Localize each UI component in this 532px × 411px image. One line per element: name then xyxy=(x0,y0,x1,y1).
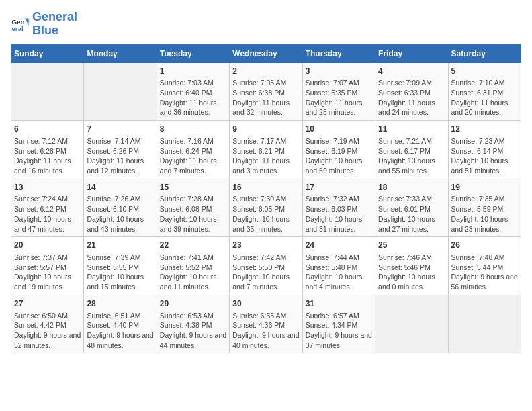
day-info: Daylight: 11 hours and 24 minutes. xyxy=(378,98,445,118)
calendar-day-cell: 1Sunrise: 7:03 AMSunset: 6:40 PMDaylight… xyxy=(157,62,229,121)
weekday-header: Thursday xyxy=(302,44,375,62)
calendar-day-cell: 9Sunrise: 7:17 AMSunset: 6:21 PMDaylight… xyxy=(230,121,302,179)
day-info: Sunset: 5:48 PM xyxy=(306,263,372,273)
calendar-day-cell xyxy=(84,62,157,121)
day-info: Sunset: 6:28 PM xyxy=(14,146,81,156)
day-info: Sunset: 5:55 PM xyxy=(87,263,153,273)
calendar-day-cell: 19Sunrise: 7:35 AMSunset: 5:59 PMDayligh… xyxy=(448,179,521,237)
day-info: Sunrise: 7:24 AM xyxy=(14,194,81,204)
day-info: Sunset: 5:46 PM xyxy=(378,263,445,273)
header: Gen eral General Blue xyxy=(11,11,521,38)
day-info: Daylight: 10 hours and 15 minutes. xyxy=(87,272,153,291)
day-info: Sunset: 6:17 PM xyxy=(378,146,445,156)
day-info: Sunset: 5:50 PM xyxy=(232,263,299,273)
weekday-header: Friday xyxy=(375,44,448,62)
calendar-day-cell: 13Sunrise: 7:24 AMSunset: 6:12 PMDayligh… xyxy=(11,179,84,237)
calendar-day-cell: 26Sunrise: 7:48 AMSunset: 5:44 PMDayligh… xyxy=(448,237,521,295)
day-info: Sunset: 6:12 PM xyxy=(14,204,81,214)
day-info: Sunset: 4:36 PM xyxy=(232,320,299,330)
calendar-day-cell: 25Sunrise: 7:46 AMSunset: 5:46 PMDayligh… xyxy=(375,237,448,295)
day-info: Sunrise: 7:30 AM xyxy=(232,194,299,204)
calendar-day-cell: 8Sunrise: 7:16 AMSunset: 6:24 PMDaylight… xyxy=(157,121,229,179)
day-info: Sunrise: 6:50 AM xyxy=(14,311,81,321)
calendar-body: 1Sunrise: 7:03 AMSunset: 6:40 PMDaylight… xyxy=(11,62,521,353)
calendar-day-cell: 21Sunrise: 7:39 AMSunset: 5:55 PMDayligh… xyxy=(84,237,157,295)
day-info: Sunset: 5:44 PM xyxy=(451,263,518,273)
day-number: 14 xyxy=(87,182,153,193)
calendar-week-row: 20Sunrise: 7:37 AMSunset: 5:57 PMDayligh… xyxy=(11,237,521,295)
calendar-day-cell: 24Sunrise: 7:44 AMSunset: 5:48 PMDayligh… xyxy=(302,237,375,295)
day-info: Daylight: 10 hours and 0 minutes. xyxy=(378,272,445,291)
day-info: Sunset: 5:57 PM xyxy=(14,263,81,273)
day-info: Sunrise: 7:37 AM xyxy=(14,253,81,263)
day-info: Sunset: 6:08 PM xyxy=(160,204,226,214)
calendar-day-cell xyxy=(375,295,448,353)
day-number: 27 xyxy=(14,298,81,310)
calendar-week-row: 27Sunrise: 6:50 AMSunset: 4:42 PMDayligh… xyxy=(11,295,521,353)
svg-marker-2 xyxy=(25,18,29,25)
calendar-day-cell: 11Sunrise: 7:21 AMSunset: 6:17 PMDayligh… xyxy=(375,121,448,179)
day-info: Daylight: 11 hours and 3 minutes. xyxy=(232,156,299,175)
day-number: 17 xyxy=(306,182,372,193)
calendar-day-cell: 5Sunrise: 7:10 AMSunset: 6:31 PMDaylight… xyxy=(448,62,521,121)
calendar-header: SundayMondayTuesdayWednesdayThursdayFrid… xyxy=(11,44,521,62)
day-info: Sunset: 4:38 PM xyxy=(160,320,226,330)
calendar-day-cell: 16Sunrise: 7:30 AMSunset: 6:05 PMDayligh… xyxy=(230,179,302,237)
day-info: Daylight: 10 hours and 19 minutes. xyxy=(14,272,81,291)
day-info: Sunset: 6:05 PM xyxy=(232,204,299,214)
day-number: 23 xyxy=(232,240,299,251)
day-info: Sunset: 6:19 PM xyxy=(306,146,372,156)
day-info: Sunset: 5:59 PM xyxy=(451,204,518,214)
calendar-day-cell: 12Sunrise: 7:23 AMSunset: 6:14 PMDayligh… xyxy=(448,121,521,179)
calendar-week-row: 6Sunrise: 7:12 AMSunset: 6:28 PMDaylight… xyxy=(11,121,521,179)
day-number: 20 xyxy=(14,240,81,251)
day-number: 16 xyxy=(232,182,299,193)
day-number: 9 xyxy=(232,124,299,135)
day-number: 1 xyxy=(160,66,226,77)
calendar-day-cell: 17Sunrise: 7:32 AMSunset: 6:03 PMDayligh… xyxy=(302,179,375,237)
day-info: Sunrise: 7:26 AM xyxy=(87,194,153,204)
calendar-day-cell: 30Sunrise: 6:55 AMSunset: 4:36 PMDayligh… xyxy=(230,295,302,353)
day-info: Sunrise: 7:44 AM xyxy=(306,253,372,263)
day-info: Sunset: 6:31 PM xyxy=(451,88,518,98)
day-number: 28 xyxy=(87,298,153,310)
day-info: Daylight: 11 hours and 20 minutes. xyxy=(451,98,518,118)
day-info: Sunrise: 7:14 AM xyxy=(87,136,153,146)
day-info: Daylight: 11 hours and 12 minutes. xyxy=(87,156,153,175)
day-info: Sunrise: 7:39 AM xyxy=(87,253,153,263)
day-info: Sunset: 6:24 PM xyxy=(160,146,226,156)
day-info: Daylight: 10 hours and 7 minutes. xyxy=(232,272,299,291)
calendar-day-cell: 18Sunrise: 7:33 AMSunset: 6:01 PMDayligh… xyxy=(375,179,448,237)
day-info: Sunset: 6:26 PM xyxy=(87,146,153,156)
day-info: Sunrise: 6:55 AM xyxy=(232,311,299,321)
calendar-day-cell: 4Sunrise: 7:09 AMSunset: 6:33 PMDaylight… xyxy=(375,62,448,121)
day-number: 7 xyxy=(87,124,153,135)
day-info: Daylight: 9 hours and 52 minutes. xyxy=(14,330,81,350)
day-info: Sunrise: 7:09 AM xyxy=(378,78,445,88)
day-info: Sunrise: 7:16 AM xyxy=(160,136,226,146)
day-info: Daylight: 10 hours and 11 minutes. xyxy=(160,272,226,291)
day-info: Sunset: 6:21 PM xyxy=(232,146,299,156)
day-info: Daylight: 10 hours and 59 minutes. xyxy=(306,156,372,175)
weekday-row: SundayMondayTuesdayWednesdayThursdayFrid… xyxy=(11,44,521,62)
day-number: 2 xyxy=(232,66,299,77)
day-info: Daylight: 10 hours and 27 minutes. xyxy=(378,214,445,234)
day-info: Daylight: 9 hours and 44 minutes. xyxy=(160,330,226,350)
day-number: 29 xyxy=(160,298,226,310)
day-info: Sunset: 6:40 PM xyxy=(160,88,226,98)
day-info: Sunset: 4:42 PM xyxy=(14,320,81,330)
day-info: Daylight: 10 hours and 39 minutes. xyxy=(160,214,226,234)
calendar-day-cell: 20Sunrise: 7:37 AMSunset: 5:57 PMDayligh… xyxy=(11,237,84,295)
calendar-day-cell: 2Sunrise: 7:05 AMSunset: 6:38 PMDaylight… xyxy=(230,62,302,121)
day-info: Sunrise: 7:17 AM xyxy=(232,136,299,146)
day-info: Sunrise: 6:53 AM xyxy=(160,311,226,321)
calendar-day-cell: 29Sunrise: 6:53 AMSunset: 4:38 PMDayligh… xyxy=(157,295,229,353)
calendar-day-cell: 28Sunrise: 6:51 AMSunset: 4:40 PMDayligh… xyxy=(84,295,157,353)
day-info: Sunset: 6:10 PM xyxy=(87,204,153,214)
weekday-header: Monday xyxy=(84,44,157,62)
day-info: Daylight: 10 hours and 35 minutes. xyxy=(232,214,299,234)
day-number: 21 xyxy=(87,240,153,251)
weekday-header: Tuesday xyxy=(157,44,229,62)
day-number: 13 xyxy=(14,182,81,193)
calendar-day-cell: 10Sunrise: 7:19 AMSunset: 6:19 PMDayligh… xyxy=(302,121,375,179)
